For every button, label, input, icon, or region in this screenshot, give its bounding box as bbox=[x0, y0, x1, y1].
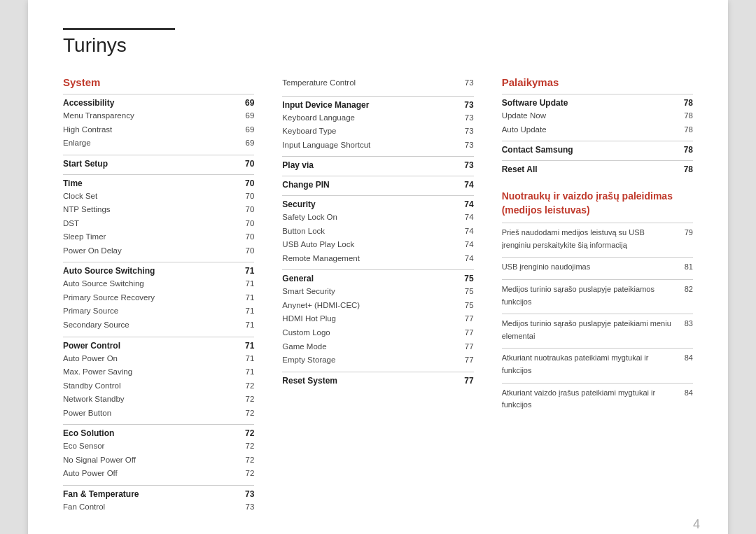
item-page: 72 bbox=[240, 440, 254, 454]
note-group: USB įrenginio naudojimas81 bbox=[502, 257, 693, 274]
group-header-label: Eco Solution bbox=[63, 428, 114, 438]
note-page: 81 bbox=[679, 261, 693, 274]
toc-item: Network Standby72 bbox=[63, 393, 254, 407]
item-label: Keyboard Language bbox=[282, 111, 355, 125]
page-title: Turinys bbox=[63, 34, 693, 57]
toc-group-header: Eco Solution72 bbox=[63, 424, 254, 440]
toc-item: Empty Storage77 bbox=[282, 353, 473, 367]
note-item: USB įrenginio naudojimas81 bbox=[502, 261, 693, 274]
item-page: 71 bbox=[240, 291, 254, 305]
toc-group: Reset System77 bbox=[282, 372, 473, 387]
toc-group-header: Start Setup70 bbox=[63, 155, 254, 170]
item-page: 72 bbox=[240, 393, 254, 407]
toc-item: Button Lock74 bbox=[282, 225, 473, 239]
toc-group-header: Contact Samsung78 bbox=[502, 141, 693, 156]
toc-item: Fan Control73 bbox=[63, 500, 254, 514]
toc-item: Auto Power Off72 bbox=[63, 467, 254, 481]
left-column: System Accessibility69Menu Transparency6… bbox=[63, 76, 254, 518]
toc-item: Anynet+ (HDMI-CEC)75 bbox=[282, 299, 473, 313]
item-label: Primary Source Recovery bbox=[63, 291, 155, 305]
note-text: Medijos turinio sąrašo puslapyje pateiki… bbox=[502, 283, 679, 308]
item-page: 77 bbox=[460, 326, 474, 340]
item-page: 71 bbox=[240, 318, 254, 332]
content-grid: System Accessibility69Menu Transparency6… bbox=[63, 76, 693, 518]
note-group: Medijos turinio sąrašo puslapyje pateiki… bbox=[502, 279, 693, 308]
group-header-page: 73 bbox=[464, 160, 473, 170]
toc-item: Safety Lock On74 bbox=[282, 211, 473, 225]
toc-group: Eco Solution72Eco Sensor72No Signal Powe… bbox=[63, 424, 254, 481]
item-label: Remote Management bbox=[282, 252, 360, 266]
note-item: Atkuriant vaizdo įrašus pateikiami mygtu… bbox=[502, 387, 693, 412]
toc-item: Input Language Shortcut73 bbox=[282, 139, 473, 153]
item-label: Menu Transparency bbox=[63, 109, 134, 123]
note-text: Atkuriant vaizdo įrašus pateikiami mygtu… bbox=[502, 387, 679, 412]
toc-group-header: Software Update78 bbox=[502, 94, 693, 109]
toc-item: Power On Delay70 bbox=[63, 244, 254, 258]
item-page: 77 bbox=[460, 353, 474, 367]
item-label: Power Button bbox=[63, 407, 111, 421]
toc-item: High Contrast69 bbox=[63, 123, 254, 137]
item-label: Button Lock bbox=[282, 225, 325, 239]
toc-group: Power Control71Auto Power On71Max. Power… bbox=[63, 337, 254, 421]
toc-item: Auto Source Switching71 bbox=[63, 277, 254, 291]
toc-item: Smart Security75 bbox=[282, 285, 473, 299]
toc-group: General75Smart Security75Anynet+ (HDMI-C… bbox=[282, 269, 473, 367]
item-label: Sleep Timer bbox=[63, 230, 106, 244]
group-header-page: 74 bbox=[464, 199, 473, 209]
toc-item: Game Mode77 bbox=[282, 340, 473, 354]
note-text: USB įrenginio naudojimas bbox=[502, 261, 679, 274]
note-item: Atkuriant nuotraukas pateikiami mygtukai… bbox=[502, 352, 693, 377]
temp-control-item: Temperature Control 73 bbox=[282, 76, 473, 90]
toc-group: Time70Clock Set70NTP Settings70DST70Slee… bbox=[63, 174, 254, 258]
item-page: 71 bbox=[240, 304, 254, 318]
group-header-page: 73 bbox=[245, 489, 254, 499]
toc-group-header: Time70 bbox=[63, 174, 254, 190]
item-label: Eco Sensor bbox=[63, 440, 104, 454]
toc-item: Power Button72 bbox=[63, 407, 254, 421]
toc-item: No Signal Power Off72 bbox=[63, 454, 254, 468]
group-header-label: Play via bbox=[282, 160, 314, 170]
toc-item: Eco Sensor72 bbox=[63, 440, 254, 454]
note-item: Medijos turinio sąrašo puslapyje pateiki… bbox=[502, 283, 693, 308]
toc-item: USB Auto Play Lock74 bbox=[282, 238, 473, 252]
toc-item: Clock Set70 bbox=[63, 190, 254, 204]
item-label: Safety Lock On bbox=[282, 211, 337, 225]
item-page: 74 bbox=[460, 238, 474, 252]
right-section2-title: Nuotraukų ir vaizdo įrašų paleidimas (me… bbox=[502, 190, 693, 217]
group-header-page: 71 bbox=[245, 341, 254, 351]
toc-item: Sleep Timer70 bbox=[63, 230, 254, 244]
group-header-page: 72 bbox=[245, 428, 254, 438]
item-page: 71 bbox=[240, 365, 254, 379]
group-header-label: Auto Source Switching bbox=[63, 266, 155, 276]
group-header-page: 75 bbox=[464, 274, 473, 283]
toc-group-header: Fan & Temperature73 bbox=[63, 485, 254, 500]
item-page: 71 bbox=[240, 277, 254, 291]
item-page: 74 bbox=[460, 211, 474, 225]
note-text: Medijos turinio sąrašo puslapyje pateiki… bbox=[502, 318, 679, 342]
item-page: 73 bbox=[460, 125, 474, 139]
right-column: Palaikymas Software Update78Update Now78… bbox=[502, 76, 693, 518]
note-text: Atkuriant nuotraukas pateikiami mygtukai… bbox=[502, 352, 679, 377]
toc-item: Primary Source71 bbox=[63, 304, 254, 318]
toc-item: Keyboard Language73 bbox=[282, 111, 473, 125]
toc-item: Update Now78 bbox=[502, 109, 693, 123]
group-header-label: Reset System bbox=[282, 376, 337, 386]
item-label: NTP Settings bbox=[63, 203, 111, 217]
toc-group-header: Reset System77 bbox=[282, 372, 473, 387]
item-page: 70 bbox=[240, 217, 254, 231]
group-header-label: Software Update bbox=[502, 98, 568, 108]
toc-item: DST70 bbox=[63, 217, 254, 231]
toc-group: Security74Safety Lock On74Button Lock74U… bbox=[282, 195, 473, 265]
item-page: 72 bbox=[240, 467, 254, 481]
item-label: USB Auto Play Lock bbox=[282, 238, 354, 252]
right-notes: Prieš naudodami medijos leistuvą su USB … bbox=[502, 223, 693, 412]
item-page: 70 bbox=[240, 244, 254, 258]
group-header-label: Accessibility bbox=[63, 98, 114, 108]
item-label: DST bbox=[63, 217, 79, 231]
item-page: 70 bbox=[240, 190, 254, 204]
item-page: 72 bbox=[240, 454, 254, 468]
item-label: Standby Control bbox=[63, 379, 120, 393]
group-header-label: Fan & Temperature bbox=[63, 489, 139, 499]
toc-item: Keyboard Type73 bbox=[282, 125, 473, 139]
note-page: 84 bbox=[679, 352, 693, 377]
